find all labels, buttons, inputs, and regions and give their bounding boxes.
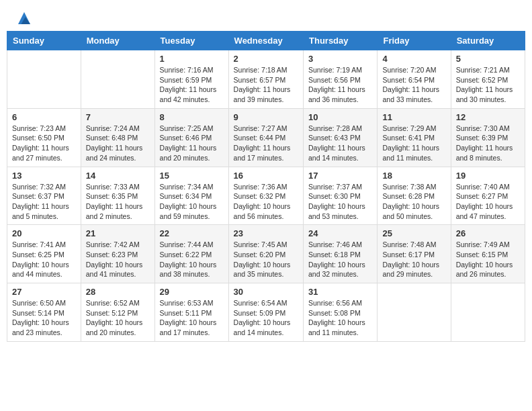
calendar-cell: 24Sunrise: 7:46 AM Sunset: 6:18 PM Dayli… xyxy=(304,225,378,283)
calendar-cell xyxy=(451,283,525,342)
day-number: 17 xyxy=(308,171,372,181)
calendar-cell: 6Sunrise: 7:23 AM Sunset: 6:50 PM Daylig… xyxy=(7,108,81,167)
day-info: Sunrise: 7:48 AM Sunset: 6:17 PM Dayligh… xyxy=(382,240,445,279)
calendar-cell: 3Sunrise: 7:19 AM Sunset: 6:56 PM Daylig… xyxy=(304,50,378,109)
day-info: Sunrise: 7:30 AM Sunset: 6:39 PM Dayligh… xyxy=(456,124,520,163)
calendar-header-thursday: Thursday xyxy=(304,32,378,50)
day-number: 6 xyxy=(12,112,76,122)
day-number: 23 xyxy=(234,228,298,238)
day-info: Sunrise: 6:52 AM Sunset: 5:12 PM Dayligh… xyxy=(86,298,150,338)
calendar-cell xyxy=(378,283,451,342)
calendar-cell xyxy=(81,50,154,109)
day-info: Sunrise: 7:28 AM Sunset: 6:43 PM Dayligh… xyxy=(308,124,372,163)
day-number: 15 xyxy=(160,171,224,181)
calendar-cell: 18Sunrise: 7:38 AM Sunset: 6:28 PM Dayli… xyxy=(378,167,451,225)
day-info: Sunrise: 7:29 AM Sunset: 6:41 PM Dayligh… xyxy=(382,124,445,163)
calendar-header-friday: Friday xyxy=(378,32,451,50)
logo xyxy=(17,13,30,24)
calendar-cell: 23Sunrise: 7:45 AM Sunset: 6:20 PM Dayli… xyxy=(228,225,303,283)
calendar-cell: 10Sunrise: 7:28 AM Sunset: 6:43 PM Dayli… xyxy=(304,108,378,167)
calendar-cell: 5Sunrise: 7:21 AM Sunset: 6:52 PM Daylig… xyxy=(451,50,525,109)
calendar-week-row: 27Sunrise: 6:50 AM Sunset: 5:14 PM Dayli… xyxy=(7,283,525,342)
calendar-cell: 28Sunrise: 6:52 AM Sunset: 5:12 PM Dayli… xyxy=(81,283,154,342)
day-info: Sunrise: 6:56 AM Sunset: 5:08 PM Dayligh… xyxy=(308,298,372,338)
day-number: 28 xyxy=(86,287,150,297)
calendar-cell: 31Sunrise: 6:56 AM Sunset: 5:08 PM Dayli… xyxy=(304,283,378,342)
day-info: Sunrise: 7:23 AM Sunset: 6:50 PM Dayligh… xyxy=(12,124,76,163)
day-info: Sunrise: 7:40 AM Sunset: 6:27 PM Dayligh… xyxy=(456,182,520,222)
calendar-header-sunday: Sunday xyxy=(7,32,81,50)
day-number: 20 xyxy=(12,228,76,238)
calendar-cell: 7Sunrise: 7:24 AM Sunset: 6:48 PM Daylig… xyxy=(81,108,154,167)
day-info: Sunrise: 7:21 AM Sunset: 6:52 PM Dayligh… xyxy=(456,65,520,105)
calendar-header-monday: Monday xyxy=(81,32,154,50)
logo-icon xyxy=(18,12,30,24)
day-info: Sunrise: 6:54 AM Sunset: 5:09 PM Dayligh… xyxy=(234,298,298,338)
calendar-cell: 15Sunrise: 7:34 AM Sunset: 6:34 PM Dayli… xyxy=(154,167,228,225)
day-number: 10 xyxy=(308,112,372,122)
day-number: 16 xyxy=(234,171,298,181)
calendar-header-wednesday: Wednesday xyxy=(228,32,303,50)
day-info: Sunrise: 7:44 AM Sunset: 6:22 PM Dayligh… xyxy=(160,240,224,279)
day-number: 1 xyxy=(160,54,224,64)
calendar-cell: 8Sunrise: 7:25 AM Sunset: 6:46 PM Daylig… xyxy=(154,108,228,167)
calendar-cell: 16Sunrise: 7:36 AM Sunset: 6:32 PM Dayli… xyxy=(228,167,303,225)
day-number: 8 xyxy=(160,112,224,122)
calendar-cell: 13Sunrise: 7:32 AM Sunset: 6:37 PM Dayli… xyxy=(7,167,81,225)
day-number: 22 xyxy=(160,228,224,238)
day-info: Sunrise: 7:42 AM Sunset: 6:23 PM Dayligh… xyxy=(86,240,150,279)
day-info: Sunrise: 7:38 AM Sunset: 6:28 PM Dayligh… xyxy=(382,182,445,222)
calendar-cell: 12Sunrise: 7:30 AM Sunset: 6:39 PM Dayli… xyxy=(451,108,525,167)
calendar-header-row: SundayMondayTuesdayWednesdayThursdayFrid… xyxy=(7,32,525,50)
day-number: 19 xyxy=(456,171,520,181)
calendar-cell: 9Sunrise: 7:27 AM Sunset: 6:44 PM Daylig… xyxy=(228,108,303,167)
calendar-cell: 4Sunrise: 7:20 AM Sunset: 6:54 PM Daylig… xyxy=(378,50,451,109)
day-number: 24 xyxy=(308,228,372,238)
day-info: Sunrise: 7:46 AM Sunset: 6:18 PM Dayligh… xyxy=(308,240,372,279)
day-info: Sunrise: 7:18 AM Sunset: 6:57 PM Dayligh… xyxy=(234,65,298,105)
calendar-header-saturday: Saturday xyxy=(451,32,525,50)
day-info: Sunrise: 7:25 AM Sunset: 6:46 PM Dayligh… xyxy=(160,124,224,163)
calendar-week-row: 20Sunrise: 7:41 AM Sunset: 6:25 PM Dayli… xyxy=(7,225,525,283)
day-number: 29 xyxy=(160,287,224,297)
day-info: Sunrise: 7:19 AM Sunset: 6:56 PM Dayligh… xyxy=(308,65,372,105)
day-number: 27 xyxy=(12,287,76,297)
day-info: Sunrise: 6:53 AM Sunset: 5:11 PM Dayligh… xyxy=(160,298,224,338)
day-number: 7 xyxy=(86,112,150,122)
calendar-cell: 2Sunrise: 7:18 AM Sunset: 6:57 PM Daylig… xyxy=(228,50,303,109)
day-number: 25 xyxy=(382,228,445,238)
calendar-cell: 11Sunrise: 7:29 AM Sunset: 6:41 PM Dayli… xyxy=(378,108,451,167)
day-info: Sunrise: 7:16 AM Sunset: 6:59 PM Dayligh… xyxy=(160,65,224,105)
calendar-cell: 19Sunrise: 7:40 AM Sunset: 6:27 PM Dayli… xyxy=(451,167,525,225)
calendar-header-tuesday: Tuesday xyxy=(154,32,228,50)
day-info: Sunrise: 7:20 AM Sunset: 6:54 PM Dayligh… xyxy=(382,65,445,105)
day-info: Sunrise: 7:41 AM Sunset: 6:25 PM Dayligh… xyxy=(12,240,76,279)
calendar-week-row: 13Sunrise: 7:32 AM Sunset: 6:37 PM Dayli… xyxy=(7,167,525,225)
calendar-cell xyxy=(7,50,81,109)
calendar-cell: 30Sunrise: 6:54 AM Sunset: 5:09 PM Dayli… xyxy=(228,283,303,342)
calendar-cell: 17Sunrise: 7:37 AM Sunset: 6:30 PM Dayli… xyxy=(304,167,378,225)
calendar-cell: 27Sunrise: 6:50 AM Sunset: 5:14 PM Dayli… xyxy=(7,283,81,342)
day-number: 18 xyxy=(382,171,445,181)
calendar-week-row: 6Sunrise: 7:23 AM Sunset: 6:50 PM Daylig… xyxy=(7,108,525,167)
day-number: 9 xyxy=(234,112,298,122)
calendar-cell: 22Sunrise: 7:44 AM Sunset: 6:22 PM Dayli… xyxy=(154,225,228,283)
day-number: 4 xyxy=(382,54,445,64)
day-number: 12 xyxy=(456,112,520,122)
day-info: Sunrise: 7:27 AM Sunset: 6:44 PM Dayligh… xyxy=(234,124,298,163)
day-info: Sunrise: 7:24 AM Sunset: 6:48 PM Dayligh… xyxy=(86,124,150,163)
calendar-cell: 29Sunrise: 6:53 AM Sunset: 5:11 PM Dayli… xyxy=(154,283,228,342)
day-number: 30 xyxy=(234,287,298,297)
page-header xyxy=(7,7,525,28)
day-number: 21 xyxy=(86,228,150,238)
calendar-week-row: 1Sunrise: 7:16 AM Sunset: 6:59 PM Daylig… xyxy=(7,50,525,109)
calendar-cell: 20Sunrise: 7:41 AM Sunset: 6:25 PM Dayli… xyxy=(7,225,81,283)
day-number: 5 xyxy=(456,54,520,64)
day-info: Sunrise: 7:45 AM Sunset: 6:20 PM Dayligh… xyxy=(234,240,298,279)
day-info: Sunrise: 7:33 AM Sunset: 6:35 PM Dayligh… xyxy=(86,182,150,222)
calendar-cell: 21Sunrise: 7:42 AM Sunset: 6:23 PM Dayli… xyxy=(81,225,154,283)
calendar-table: SundayMondayTuesdayWednesdayThursdayFrid… xyxy=(7,31,525,342)
day-info: Sunrise: 7:32 AM Sunset: 6:37 PM Dayligh… xyxy=(12,182,76,222)
day-number: 2 xyxy=(234,54,298,64)
day-number: 13 xyxy=(12,171,76,181)
